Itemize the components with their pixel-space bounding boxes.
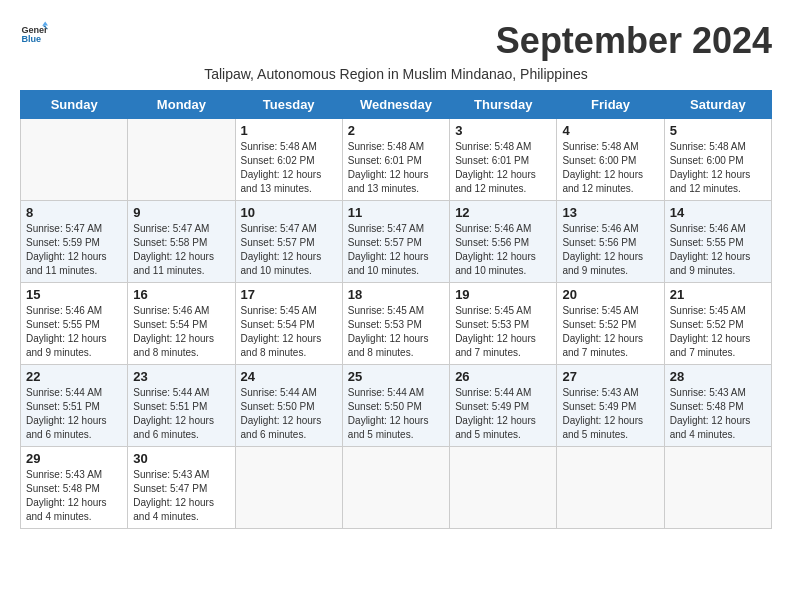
day-info: Sunrise: 5:45 AMSunset: 5:54 PMDaylight:… [241,304,337,360]
weekday-header-friday: Friday [557,91,664,119]
day-info: Sunrise: 5:43 AMSunset: 5:48 PMDaylight:… [670,386,766,442]
day-info: Sunrise: 5:44 AMSunset: 5:49 PMDaylight:… [455,386,551,442]
calendar-day-cell: 4Sunrise: 5:48 AMSunset: 6:00 PMDaylight… [557,119,664,201]
day-number: 14 [670,205,766,220]
weekday-header-row: SundayMondayTuesdayWednesdayThursdayFrid… [21,91,772,119]
day-info: Sunrise: 5:43 AMSunset: 5:48 PMDaylight:… [26,468,122,524]
calendar-day-cell: 25Sunrise: 5:44 AMSunset: 5:50 PMDayligh… [342,365,449,447]
subtitle: Talipaw, Autonomous Region in Muslim Min… [20,66,772,82]
calendar-week-row: 15Sunrise: 5:46 AMSunset: 5:55 PMDayligh… [21,283,772,365]
logo-icon: General Blue [20,20,48,48]
day-info: Sunrise: 5:47 AMSunset: 5:58 PMDaylight:… [133,222,229,278]
calendar-day-cell: 3Sunrise: 5:48 AMSunset: 6:01 PMDaylight… [450,119,557,201]
weekday-header-thursday: Thursday [450,91,557,119]
day-number: 24 [241,369,337,384]
logo: General Blue [20,20,48,48]
calendar-day-cell: 22Sunrise: 5:44 AMSunset: 5:51 PMDayligh… [21,365,128,447]
calendar-day-cell: 17Sunrise: 5:45 AMSunset: 5:54 PMDayligh… [235,283,342,365]
day-number: 19 [455,287,551,302]
calendar-day-cell: 28Sunrise: 5:43 AMSunset: 5:48 PMDayligh… [664,365,771,447]
day-number: 20 [562,287,658,302]
calendar-day-cell: 9Sunrise: 5:47 AMSunset: 5:58 PMDaylight… [128,201,235,283]
month-title: September 2024 [496,20,772,62]
day-number: 5 [670,123,766,138]
day-number: 8 [26,205,122,220]
calendar-day-cell [664,447,771,529]
day-info: Sunrise: 5:46 AMSunset: 5:56 PMDaylight:… [562,222,658,278]
day-info: Sunrise: 5:48 AMSunset: 6:00 PMDaylight:… [562,140,658,196]
day-number: 29 [26,451,122,466]
day-info: Sunrise: 5:47 AMSunset: 5:57 PMDaylight:… [241,222,337,278]
day-number: 28 [670,369,766,384]
calendar-day-cell: 19Sunrise: 5:45 AMSunset: 5:53 PMDayligh… [450,283,557,365]
calendar-day-cell: 27Sunrise: 5:43 AMSunset: 5:49 PMDayligh… [557,365,664,447]
calendar-day-cell: 20Sunrise: 5:45 AMSunset: 5:52 PMDayligh… [557,283,664,365]
day-info: Sunrise: 5:46 AMSunset: 5:55 PMDaylight:… [26,304,122,360]
day-info: Sunrise: 5:43 AMSunset: 5:47 PMDaylight:… [133,468,229,524]
calendar-day-cell [557,447,664,529]
calendar-day-cell [21,119,128,201]
day-number: 16 [133,287,229,302]
day-number: 23 [133,369,229,384]
day-info: Sunrise: 5:46 AMSunset: 5:55 PMDaylight:… [670,222,766,278]
svg-text:Blue: Blue [21,34,41,44]
day-number: 1 [241,123,337,138]
day-number: 3 [455,123,551,138]
calendar-day-cell [342,447,449,529]
day-info: Sunrise: 5:44 AMSunset: 5:51 PMDaylight:… [133,386,229,442]
day-number: 9 [133,205,229,220]
day-number: 27 [562,369,658,384]
calendar-day-cell: 23Sunrise: 5:44 AMSunset: 5:51 PMDayligh… [128,365,235,447]
day-info: Sunrise: 5:44 AMSunset: 5:51 PMDaylight:… [26,386,122,442]
calendar-day-cell: 13Sunrise: 5:46 AMSunset: 5:56 PMDayligh… [557,201,664,283]
calendar-day-cell: 21Sunrise: 5:45 AMSunset: 5:52 PMDayligh… [664,283,771,365]
day-info: Sunrise: 5:43 AMSunset: 5:49 PMDaylight:… [562,386,658,442]
day-info: Sunrise: 5:44 AMSunset: 5:50 PMDaylight:… [241,386,337,442]
day-number: 11 [348,205,444,220]
day-number: 15 [26,287,122,302]
weekday-header-sunday: Sunday [21,91,128,119]
day-info: Sunrise: 5:48 AMSunset: 6:02 PMDaylight:… [241,140,337,196]
svg-marker-3 [42,21,48,25]
day-number: 21 [670,287,766,302]
day-info: Sunrise: 5:46 AMSunset: 5:54 PMDaylight:… [133,304,229,360]
day-info: Sunrise: 5:45 AMSunset: 5:52 PMDaylight:… [670,304,766,360]
weekday-header-wednesday: Wednesday [342,91,449,119]
weekday-header-tuesday: Tuesday [235,91,342,119]
day-info: Sunrise: 5:47 AMSunset: 5:59 PMDaylight:… [26,222,122,278]
day-number: 30 [133,451,229,466]
calendar-day-cell [128,119,235,201]
calendar-week-row: 29Sunrise: 5:43 AMSunset: 5:48 PMDayligh… [21,447,772,529]
calendar-day-cell: 2Sunrise: 5:48 AMSunset: 6:01 PMDaylight… [342,119,449,201]
calendar-day-cell: 12Sunrise: 5:46 AMSunset: 5:56 PMDayligh… [450,201,557,283]
day-number: 17 [241,287,337,302]
calendar-day-cell: 1Sunrise: 5:48 AMSunset: 6:02 PMDaylight… [235,119,342,201]
calendar-day-cell: 29Sunrise: 5:43 AMSunset: 5:48 PMDayligh… [21,447,128,529]
calendar-day-cell: 14Sunrise: 5:46 AMSunset: 5:55 PMDayligh… [664,201,771,283]
day-number: 4 [562,123,658,138]
calendar-day-cell: 10Sunrise: 5:47 AMSunset: 5:57 PMDayligh… [235,201,342,283]
day-info: Sunrise: 5:48 AMSunset: 6:00 PMDaylight:… [670,140,766,196]
day-info: Sunrise: 5:44 AMSunset: 5:50 PMDaylight:… [348,386,444,442]
calendar-week-row: 1Sunrise: 5:48 AMSunset: 6:02 PMDaylight… [21,119,772,201]
day-number: 10 [241,205,337,220]
calendar-day-cell [235,447,342,529]
day-info: Sunrise: 5:45 AMSunset: 5:53 PMDaylight:… [455,304,551,360]
calendar-day-cell: 15Sunrise: 5:46 AMSunset: 5:55 PMDayligh… [21,283,128,365]
day-number: 12 [455,205,551,220]
day-info: Sunrise: 5:48 AMSunset: 6:01 PMDaylight:… [455,140,551,196]
header: General Blue September 2024 [20,20,772,62]
day-number: 22 [26,369,122,384]
calendar-day-cell: 26Sunrise: 5:44 AMSunset: 5:49 PMDayligh… [450,365,557,447]
day-info: Sunrise: 5:48 AMSunset: 6:01 PMDaylight:… [348,140,444,196]
day-number: 18 [348,287,444,302]
calendar-day-cell: 30Sunrise: 5:43 AMSunset: 5:47 PMDayligh… [128,447,235,529]
calendar-day-cell: 24Sunrise: 5:44 AMSunset: 5:50 PMDayligh… [235,365,342,447]
calendar-table: SundayMondayTuesdayWednesdayThursdayFrid… [20,90,772,529]
day-number: 25 [348,369,444,384]
day-number: 2 [348,123,444,138]
calendar-day-cell: 18Sunrise: 5:45 AMSunset: 5:53 PMDayligh… [342,283,449,365]
weekday-header-saturday: Saturday [664,91,771,119]
calendar-day-cell: 11Sunrise: 5:47 AMSunset: 5:57 PMDayligh… [342,201,449,283]
day-info: Sunrise: 5:46 AMSunset: 5:56 PMDaylight:… [455,222,551,278]
